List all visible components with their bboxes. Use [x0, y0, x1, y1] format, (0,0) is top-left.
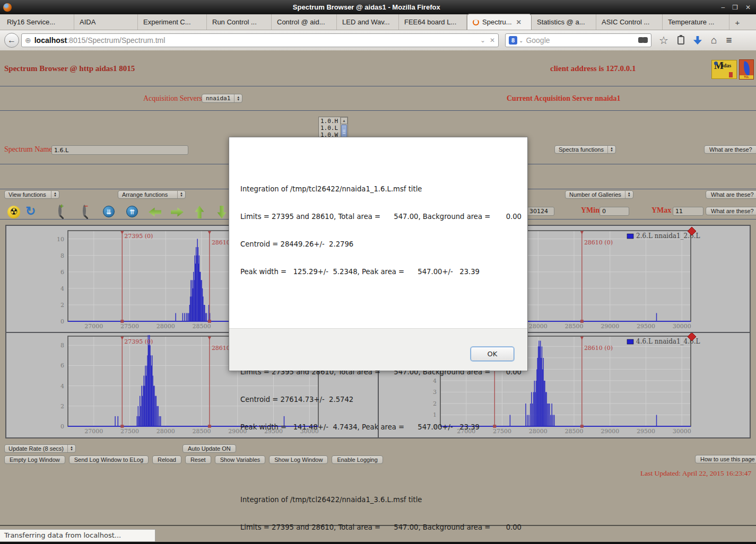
url-stop-icon[interactable]: ✕	[490, 37, 495, 44]
number-of-galleries-select[interactable]: Number of Galleries ▲▼	[565, 190, 633, 199]
reset-button[interactable]: Reset	[185, 455, 211, 464]
what-are-these-button-2[interactable]: What are these?	[706, 190, 756, 199]
ymax-input[interactable]	[673, 207, 703, 216]
ymin-input[interactable]	[599, 207, 629, 216]
how-to-use-button[interactable]: How to use this page	[695, 455, 756, 463]
tab-spectrum-active[interactable]: Spectru... ✕	[467, 14, 532, 30]
tab-temperature[interactable]: Temperature ...	[663, 14, 729, 30]
navigation-bar: ← ⊕ localhost:8015/Spectrum/Spectrum.tml…	[0, 30, 756, 50]
expand-up-icon[interactable]: ⇈	[126, 206, 138, 217]
tab-aida[interactable]: AIDA	[74, 14, 138, 30]
svg-text:27395 (0): 27395 (0)	[124, 338, 153, 345]
scroll-up-icon[interactable]: ▲	[341, 117, 347, 124]
globe-icon: ⊕	[25, 36, 31, 45]
close-button[interactable]: ✕	[745, 4, 751, 11]
status-bar: Transferring data from localhost...	[0, 529, 155, 542]
url-path: :8015/Spectrum/Spectrum.tml	[67, 36, 165, 45]
acquisition-server-select[interactable]: nnaida1 ▲▼	[202, 94, 242, 103]
search-field[interactable]: 8 ⌄ Google	[505, 33, 651, 47]
send-log-to-elog-button[interactable]: Send Log Window to ELog	[69, 455, 149, 464]
current-acquisition-server: Current Acquisition Server nnaida1	[507, 94, 621, 103]
google-icon: 8	[509, 36, 517, 45]
zoom-in-icon[interactable]: +	[58, 205, 62, 217]
listbox-item[interactable]: 1.0.H	[320, 118, 340, 125]
integration-block-1: Integration of /tmp/tcl26422/nnaida1_1.6…	[240, 166, 522, 295]
view-functions-select[interactable]: View functions ▲▼	[4, 190, 59, 199]
svg-text:2: 2	[60, 403, 64, 410]
search-engine-caret-icon[interactable]: ⌄	[519, 38, 523, 43]
svg-text:28500: 28500	[564, 323, 583, 330]
search-go-icon[interactable]	[638, 37, 648, 43]
downloads-icon[interactable]	[693, 36, 702, 45]
spectrum-name-input[interactable]	[51, 145, 188, 155]
search-placeholder: Google	[526, 36, 550, 45]
ymax-label: YMax	[651, 206, 671, 215]
page-title: Spectrum Browser @ http aidas1 8015	[4, 64, 135, 73]
svg-text:29500: 29500	[636, 323, 655, 330]
tab-led-wav[interactable]: LED and Wav...	[337, 14, 399, 30]
svg-text:27395 (0): 27395 (0)	[124, 233, 153, 240]
url-dropdown-icon[interactable]: ⌄	[480, 37, 485, 44]
svg-text:6: 6	[60, 362, 64, 369]
zoom-out-icon[interactable]: −	[83, 205, 86, 217]
url-bar[interactable]: ⊕ localhost:8015/Spectrum/Spectrum.tml ⌄…	[21, 33, 499, 47]
back-button[interactable]: ←	[4, 33, 19, 48]
minimize-button[interactable]: –	[721, 4, 725, 11]
reload-button[interactable]: Reload	[152, 455, 181, 464]
svg-text:8: 8	[60, 252, 64, 259]
radioactive-icon[interactable]: ☢	[7, 206, 20, 218]
hamburger-menu-icon[interactable]: ≡	[726, 34, 732, 46]
svg-text:27500: 27500	[120, 428, 139, 435]
empty-log-window-button[interactable]: Empty Log Window	[4, 455, 65, 464]
svg-text:4: 4	[60, 383, 64, 390]
tab-statistics[interactable]: Statistics @ a...	[532, 14, 596, 30]
svg-text:29000: 29000	[601, 323, 619, 330]
tab-rly16[interactable]: Rly16 Service...	[2, 14, 74, 30]
url-host: localhost	[34, 36, 67, 45]
listbox-item[interactable]: 1.0.L	[320, 125, 340, 131]
spectra-functions-select[interactable]: Spectra functions ▲▼	[554, 145, 616, 154]
update-rate-select[interactable]: Update Rate (8 secs) ▲▼	[4, 444, 76, 453]
window-titlebar: Spectrum Browser @ aidas1 - Mozilla Fire…	[0, 0, 756, 14]
tab-bar: Rly16 Service... AIDA Experiment C... Ru…	[0, 14, 756, 30]
bookmark-star-icon[interactable]: ☆	[659, 34, 668, 47]
select-arrows-icon: ▲▼	[607, 146, 615, 153]
home-icon[interactable]: ⌂	[711, 34, 717, 46]
integration-block-3: Integration of /tmp/tcl26422/nnaida1_3.6…	[240, 477, 522, 544]
maximize-button[interactable]: ❒	[732, 4, 738, 11]
new-tab-button[interactable]: +	[729, 15, 745, 30]
svg-text:28610 (0): 28610 (0)	[584, 239, 612, 246]
tcl-powered-logo[interactable]: TCL	[739, 59, 754, 80]
arrange-functions-select[interactable]: Arrange functions ▲▼	[118, 190, 186, 199]
tab-asic-control[interactable]: ASIC Control ...	[596, 14, 663, 30]
svg-text:28000: 28000	[528, 428, 547, 435]
svg-text:28500: 28500	[192, 323, 211, 330]
collapse-down-icon[interactable]: ⇊	[103, 206, 115, 217]
svg-text:8: 8	[60, 342, 64, 349]
select-arrows-icon: ▲▼	[234, 94, 242, 102]
acquisition-servers-label: Acquisition Servers	[143, 94, 202, 103]
auto-update-button[interactable]: Auto Update ON	[183, 444, 236, 453]
select-arrows-icon: ▲▼	[625, 191, 633, 198]
bookmarks-list-icon[interactable]	[677, 36, 684, 45]
ok-button[interactable]: OK	[471, 347, 514, 361]
dialog-footer: OK	[229, 328, 527, 371]
svg-text:6: 6	[60, 269, 64, 276]
client-address: client address is 127.0.0.1	[550, 64, 636, 73]
tab-fee64[interactable]: FEE64 board L...	[399, 14, 467, 30]
select-arrows-icon: ▲▼	[177, 191, 185, 198]
tab-control[interactable]: Control @ aid...	[272, 14, 337, 30]
tab-experiment[interactable]: Experiment C...	[138, 14, 207, 30]
svg-text:30000: 30000	[672, 323, 691, 330]
what-are-these-button-3[interactable]: What are these?	[706, 207, 756, 215]
what-are-these-button-1[interactable]: What are these?	[704, 145, 756, 154]
svg-text:10: 10	[57, 236, 64, 243]
refresh-icon[interactable]: ↻	[25, 205, 36, 217]
midas-logo[interactable]: Midas	[711, 60, 737, 79]
firefox-icon	[3, 3, 12, 12]
svg-text:28500: 28500	[564, 428, 583, 435]
tab-run-control[interactable]: Run Control ...	[207, 14, 272, 30]
integration-dialog: Integration of /tmp/tcl26422/nnaida1_1.6…	[229, 137, 528, 371]
tab-close-icon[interactable]: ✕	[516, 19, 522, 26]
xmax-input[interactable]	[527, 207, 554, 216]
